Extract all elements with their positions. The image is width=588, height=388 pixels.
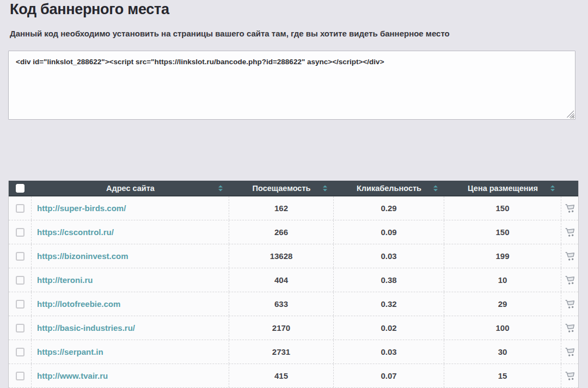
add-to-cart-button[interactable]: [565, 371, 576, 381]
shopping-cart-icon: [564, 274, 577, 286]
header-traffic-label: Посещаемость: [253, 184, 311, 193]
header-select-all-cell: [9, 181, 32, 195]
page-title: Код баннерного места: [10, 1, 169, 18]
clickability-value: 0.29: [334, 196, 444, 220]
row-cart-cell: [561, 340, 579, 364]
price-value: 150: [444, 220, 561, 244]
site-link[interactable]: http://lotofreebie.com: [37, 299, 120, 309]
price-value: 15: [444, 364, 561, 387]
shopping-cart-icon: [564, 298, 577, 310]
price-value: 29: [444, 292, 561, 316]
site-link[interactable]: http://super-birds.com/: [37, 204, 126, 213]
table-header-row: Адрес сайта Посещаемость Кликабельность …: [9, 181, 578, 196]
table-row: http://basic-industries.ru/ 2170 0.02 10…: [9, 316, 578, 340]
table-row: http://teroni.ru 404 0.38 10: [9, 268, 578, 292]
table-row: http://www.tvair.ru 415 0.07 15: [9, 364, 578, 388]
add-to-cart-button[interactable]: [565, 203, 576, 213]
header-price-label: Цена размещения: [468, 184, 538, 193]
price-value: 10: [444, 268, 561, 292]
traffic-value: 2731: [229, 340, 334, 364]
table-row: http://lotofreebie.com 633 0.32 29: [9, 292, 578, 316]
header-traffic[interactable]: Посещаемость: [229, 181, 334, 195]
site-link[interactable]: http://teroni.ru: [37, 275, 93, 285]
row-checkbox[interactable]: [16, 300, 24, 309]
row-address-cell: https://cscontrol.ru/: [32, 220, 229, 244]
table-row: https://serpant.in 2731 0.03 30: [9, 340, 578, 364]
shopping-cart-icon: [564, 226, 577, 238]
site-link[interactable]: http://basic-industries.ru/: [37, 323, 135, 332]
site-link[interactable]: https://cscontrol.ru/: [37, 227, 114, 237]
shopping-cart-icon: [564, 346, 577, 358]
add-to-cart-button[interactable]: [565, 299, 576, 309]
table-body: http://super-birds.com/ 162 0.29 150 htt…: [9, 196, 578, 388]
traffic-value: 2170: [229, 316, 334, 340]
header-cart-cell: [561, 181, 579, 195]
add-to-cart-button[interactable]: [565, 323, 576, 333]
header-clickability-label: Кликабельность: [357, 184, 421, 193]
row-check-cell: [9, 196, 32, 220]
table-row: http://super-birds.com/ 162 0.29 150: [9, 196, 578, 220]
add-to-cart-button[interactable]: [565, 227, 576, 237]
sort-arrows-icon[interactable]: [218, 185, 223, 191]
row-checkbox[interactable]: [16, 252, 24, 261]
row-address-cell: http://basic-industries.ru/: [32, 316, 229, 340]
row-check-cell: [9, 340, 32, 364]
banner-code-textarea[interactable]: <div id="linkslot_288622"><script src="h…: [8, 51, 575, 120]
row-address-cell: https://bizoninvest.com: [32, 244, 229, 268]
traffic-value: 266: [229, 220, 334, 244]
row-address-cell: https://serpant.in: [32, 340, 229, 364]
row-check-cell: [9, 220, 32, 244]
row-address-cell: http://super-birds.com/: [32, 196, 229, 220]
clickability-value: 0.07: [334, 364, 444, 387]
row-check-cell: [9, 244, 32, 268]
sites-table: Адрес сайта Посещаемость Кликабельность …: [8, 181, 579, 388]
sort-arrows-icon[interactable]: [433, 185, 438, 191]
site-link[interactable]: http://www.tvair.ru: [37, 371, 108, 380]
traffic-value: 404: [229, 268, 334, 292]
traffic-value: 633: [229, 292, 334, 316]
row-cart-cell: [561, 292, 579, 316]
clickability-value: 0.03: [334, 340, 444, 364]
site-link[interactable]: https://serpant.in: [37, 347, 103, 356]
price-value: 199: [444, 244, 561, 268]
header-address[interactable]: Адрес сайта: [32, 181, 229, 195]
row-cart-cell: [561, 364, 579, 387]
shopping-cart-icon: [564, 202, 577, 214]
traffic-value: 415: [229, 364, 334, 387]
row-cart-cell: [561, 244, 579, 268]
row-check-cell: [9, 364, 32, 387]
header-price[interactable]: Цена размещения: [444, 181, 561, 195]
banner-code-page: { "page": { "title": "Код баннерного мес…: [0, 0, 588, 388]
row-checkbox[interactable]: [16, 348, 24, 356]
price-value: 150: [444, 196, 561, 220]
sort-arrows-icon[interactable]: [323, 185, 327, 191]
traffic-value: 13628: [229, 244, 334, 268]
table-row: https://bizoninvest.com 13628 0.03 199: [9, 244, 578, 268]
add-to-cart-button[interactable]: [565, 251, 576, 261]
select-all-checkbox[interactable]: [16, 184, 24, 193]
row-address-cell: http://teroni.ru: [32, 268, 229, 292]
row-cart-cell: [561, 268, 579, 292]
row-cart-cell: [561, 220, 579, 244]
row-checkbox[interactable]: [16, 372, 24, 380]
shopping-cart-icon: [564, 250, 577, 262]
shopping-cart-icon: [564, 322, 577, 334]
add-to-cart-button[interactable]: [565, 275, 576, 285]
row-checkbox[interactable]: [16, 324, 24, 332]
clickability-value: 0.32: [334, 292, 444, 316]
row-address-cell: http://www.tvair.ru: [32, 364, 229, 387]
row-checkbox[interactable]: [16, 204, 24, 213]
clickability-value: 0.03: [334, 244, 444, 268]
row-check-cell: [9, 316, 32, 340]
shopping-cart-icon: [564, 370, 577, 381]
row-check-cell: [9, 292, 32, 316]
header-address-label: Адрес сайта: [106, 184, 155, 193]
row-checkbox[interactable]: [16, 228, 24, 237]
add-to-cart-button[interactable]: [565, 347, 576, 357]
header-clickability[interactable]: Кликабельность: [334, 181, 444, 195]
clickability-value: 0.38: [334, 268, 444, 292]
row-cart-cell: [561, 196, 579, 220]
sort-arrows-icon[interactable]: [550, 185, 555, 191]
row-checkbox[interactable]: [16, 276, 24, 285]
site-link[interactable]: https://bizoninvest.com: [37, 251, 128, 261]
